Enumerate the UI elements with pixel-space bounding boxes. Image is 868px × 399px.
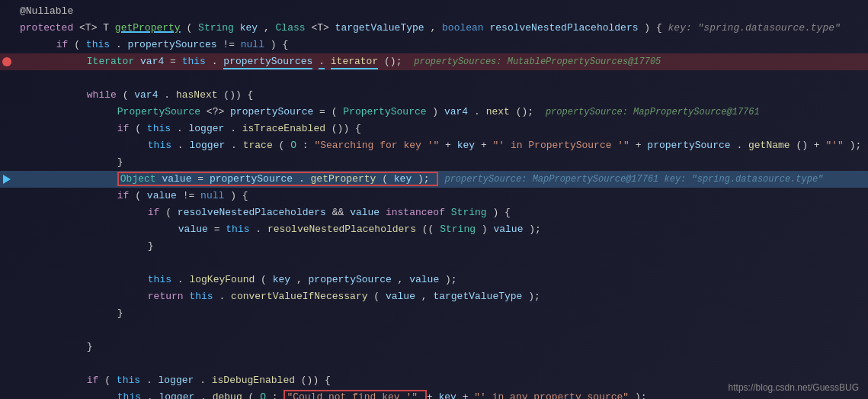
- close-brace4: }: [87, 341, 93, 352]
- code-line-17: this . logKeyFound ( key , propertySourc…: [0, 272, 868, 288]
- method-logKeyFound: logKeyFound: [189, 274, 255, 285]
- call14: );: [445, 274, 457, 285]
- method-convertValue: convertValueIfNecessary: [231, 291, 367, 302]
- code-text-4: Iterator var4 = this . propertySources .…: [14, 53, 868, 70]
- code-text-16: [14, 255, 868, 272]
- code-text-20: [14, 322, 868, 339]
- str-searching: "Searching for key '": [314, 140, 439, 151]
- this-kw9: this: [117, 391, 141, 399]
- hint-propertySource: propertySource: MapPropertySource@17761: [546, 107, 760, 117]
- propertySources2: propertySources: [223, 56, 312, 69]
- type-Object: Object: [120, 173, 156, 185]
- generic-T2: <T>: [311, 22, 335, 34]
- paren4: (: [135, 123, 141, 134]
- neq2: !=: [183, 190, 200, 201]
- code-line-2: protected <T> T getProperty ( String key…: [0, 20, 868, 37]
- dot14: .: [219, 291, 225, 302]
- brace-open: ) {: [644, 22, 668, 34]
- dot9: .: [231, 140, 237, 151]
- method-isDebugEnabled: isDebugEnabled: [212, 375, 295, 386]
- gutter-11: [0, 171, 14, 188]
- call16: );: [528, 291, 540, 302]
- var-propertySource: propertySource: [230, 106, 313, 117]
- gutter-8: [0, 121, 14, 137]
- plus2: +: [481, 140, 493, 151]
- call1: ();: [384, 56, 402, 67]
- O-class2: O: [260, 391, 266, 399]
- dot12: .: [255, 224, 261, 235]
- gutter-6: [0, 87, 14, 104]
- call19: );: [635, 391, 647, 399]
- call2: ()) {: [223, 89, 253, 101]
- breakpoint-icon: [2, 57, 11, 66]
- this-kw5: this: [226, 224, 249, 235]
- code-line-14: value = this . resolveNestedPlaceholders…: [0, 221, 868, 238]
- colon: :: [303, 140, 315, 151]
- hint-active-line: propertySource: MapPropertySource@17761 …: [444, 174, 823, 185]
- code-line-15: }: [0, 238, 868, 255]
- cast-close: ): [432, 106, 438, 117]
- call3: ();: [516, 106, 533, 117]
- var4-2: var4: [134, 89, 158, 101]
- keyword-protected: protected: [20, 22, 73, 34]
- this-kw8: this: [117, 375, 140, 386]
- null-kw2: null: [200, 190, 224, 201]
- method-next: next: [486, 106, 510, 117]
- var-key4: key: [438, 391, 456, 399]
- annotation-nullable: @Nullable: [20, 5, 73, 17]
- this-kw2: this: [182, 56, 206, 67]
- code-line-1: @Nullable: [0, 3, 868, 20]
- keyword-if: if: [56, 39, 69, 50]
- method-getProperty: getProperty: [115, 22, 181, 34]
- var-key: key: [457, 140, 475, 151]
- method-getName: getName: [748, 140, 790, 151]
- method-getProperty2: getProperty: [311, 173, 376, 185]
- params: (: [186, 22, 192, 34]
- keyword-if5: if: [87, 375, 99, 386]
- type-boolean: boolean: [442, 22, 484, 34]
- code-line-5: [0, 70, 868, 87]
- code-line-20: [0, 322, 868, 339]
- method-debug: debug: [213, 391, 242, 399]
- close-brace2: }: [148, 240, 154, 252]
- code-text-6: while ( var4 . hasNext ()) {: [14, 87, 868, 104]
- dot4: .: [164, 89, 170, 101]
- call11: ): [482, 224, 488, 235]
- red-box-object-value: Object value = propertySource . getPrope…: [117, 172, 439, 186]
- comma3: ,: [296, 274, 309, 285]
- assign2: = (: [319, 106, 337, 117]
- hint-propertySources: propertySources: MutablePropertySources@…: [414, 56, 661, 67]
- null-kw: null: [241, 39, 264, 50]
- keyword-while: while: [87, 89, 117, 101]
- gutter-23: [0, 372, 14, 389]
- this-kw6: this: [148, 274, 171, 285]
- var4-3: var4: [444, 106, 468, 117]
- code-text-22: [14, 356, 868, 372]
- comma2: ,: [430, 22, 442, 34]
- type-String: String: [198, 22, 234, 34]
- param-targetValueType: targetValueType: [335, 22, 424, 34]
- O-class: O: [290, 140, 296, 151]
- call4: ()) {: [332, 123, 361, 134]
- code-line-16: [0, 255, 868, 272]
- code-text-9: this . logger . trace ( O : "Searching f…: [14, 137, 868, 154]
- code-line-13: if ( resolveNestedPlaceholders && value …: [0, 204, 868, 221]
- dot1: .: [116, 39, 122, 50]
- logger3: logger: [159, 375, 194, 386]
- gutter-22: [0, 356, 14, 372]
- gutter-21: [0, 339, 14, 356]
- keyword-return: return: [148, 291, 184, 302]
- code-content: @Nullable protected <T> T getProperty ( …: [0, 0, 868, 399]
- dot16: .: [200, 375, 206, 386]
- type-String2: String: [451, 207, 487, 218]
- method-hasNext: hasNext: [176, 89, 218, 101]
- code-text-5: [14, 70, 868, 87]
- paren3: (: [123, 89, 129, 101]
- call17: ()) {: [301, 375, 331, 386]
- code-text-11: Object value = propertySource . getPrope…: [14, 171, 868, 188]
- var-targetValueType: targetValueType: [433, 291, 522, 302]
- code-line-12: if ( value != null ) {: [0, 188, 868, 204]
- and: &&: [332, 207, 350, 218]
- var-value6: value: [409, 274, 439, 285]
- gutter-15: [0, 238, 14, 255]
